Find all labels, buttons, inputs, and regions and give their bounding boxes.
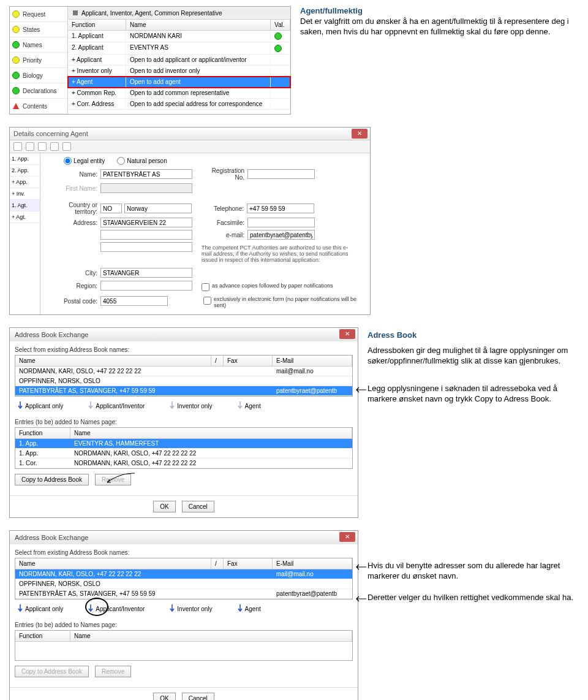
cancel-button[interactable]: Cancel bbox=[182, 693, 214, 700]
copy-to-address-book-button[interactable]: Copy to Address Book bbox=[15, 474, 89, 485]
sidebar-item-states[interactable]: States bbox=[10, 22, 67, 37]
entries-grid: Function Name 1. App.EVENTYR AS, HAMMERF… bbox=[15, 427, 353, 469]
opt-applicant-only[interactable]: Applicant only bbox=[17, 401, 63, 410]
col-name[interactable]: Name bbox=[126, 20, 271, 30]
col-function[interactable]: Function bbox=[15, 428, 70, 438]
form-side-list: 1. App. 2. App. + App. + Inv. 1. Agt. + … bbox=[10, 153, 40, 314]
col-fax[interactable]: Fax bbox=[224, 558, 273, 569]
table-row-selected[interactable]: PATENTBYRÅET AS, STAVANGER, +47 59 59 59… bbox=[15, 386, 352, 396]
copy-to-address-book-button[interactable]: Copy to Address Book bbox=[15, 666, 89, 677]
toolbar-icon[interactable] bbox=[13, 142, 22, 151]
firstname-field[interactable] bbox=[100, 183, 192, 193]
address2-field[interactable] bbox=[100, 230, 192, 240]
table-row[interactable]: + Corr. AddressOpen to add special addre… bbox=[68, 99, 290, 110]
col-name[interactable]: Name bbox=[15, 356, 211, 366]
toolbar-icon[interactable] bbox=[38, 142, 47, 151]
label-email: e-mail: bbox=[202, 232, 247, 238]
opt-inventor-only[interactable]: Inventor only bbox=[169, 604, 212, 613]
sidebar-item-contents[interactable]: Contents bbox=[10, 99, 67, 114]
remove-button[interactable]: Remove bbox=[95, 474, 131, 485]
city-field[interactable] bbox=[100, 268, 192, 278]
sidebar-item-biology[interactable]: Biology bbox=[10, 68, 67, 83]
col-name[interactable]: Name bbox=[15, 558, 211, 569]
list-item[interactable]: 2. App. bbox=[10, 165, 40, 177]
table-row-selected[interactable]: 1. App.EVENTYR AS, HAMMERFEST bbox=[15, 439, 352, 449]
col-slash[interactable]: / bbox=[211, 558, 224, 569]
table-row[interactable]: + Inventor onlyOpen to add inventor only bbox=[68, 66, 290, 77]
sidebar-item-priority[interactable]: Priority bbox=[10, 53, 67, 68]
label-telephone: Telephone: bbox=[201, 205, 247, 212]
sidebar-item-declarations[interactable]: Declarations bbox=[10, 83, 67, 99]
remove-button[interactable]: Remove bbox=[95, 666, 131, 677]
list-item[interactable]: + Inv. bbox=[10, 188, 40, 200]
list-item[interactable]: + Agt. bbox=[10, 211, 40, 223]
label-country: Country or territory: bbox=[45, 202, 100, 215]
list-item[interactable]: 1. Agt. bbox=[10, 200, 40, 211]
list-item[interactable]: + App. bbox=[10, 177, 40, 188]
opt-applicant-only[interactable]: Applicant only bbox=[17, 604, 63, 613]
close-icon[interactable]: ✕ bbox=[339, 329, 355, 339]
cancel-button[interactable]: Cancel bbox=[182, 501, 214, 512]
table-row[interactable]: OPPFINNER, NORSK, OSLO bbox=[15, 376, 352, 386]
col-slash[interactable]: / bbox=[211, 356, 224, 366]
ok-button[interactable]: OK bbox=[153, 501, 175, 512]
regno-field[interactable] bbox=[247, 169, 315, 179]
opt-inventor-only[interactable]: Inventor only bbox=[169, 401, 212, 410]
role-options: Applicant only Applicant/Inventor Invent… bbox=[15, 599, 353, 618]
table-row[interactable]: OPPFINNER, NORSK, OSLO bbox=[15, 579, 352, 589]
table-row[interactable]: PATENTBYRÅET AS, STAVANGER, +47 59 59 59… bbox=[15, 589, 352, 599]
ok-icon bbox=[274, 32, 282, 40]
telephone-field[interactable] bbox=[247, 204, 314, 213]
col-fax[interactable]: Fax bbox=[224, 356, 273, 366]
table-row-agent-selected[interactable]: + AgentOpen to add agent bbox=[68, 77, 290, 88]
address3-field[interactable] bbox=[100, 242, 192, 252]
col-function[interactable]: Function bbox=[15, 631, 70, 641]
close-icon[interactable]: ✕ bbox=[339, 532, 355, 542]
table-row[interactable]: NORDMANN, KARI, OSLO, +47 22 22 22 22mai… bbox=[15, 367, 352, 376]
address-book-exchange-dialog: Address Book Exchange ✕ Select from exis… bbox=[9, 327, 358, 518]
sidebar-item-request[interactable]: Request bbox=[10, 7, 67, 22]
table-row[interactable]: + Common Rep.Open to add common represen… bbox=[68, 88, 290, 99]
radio-natural-person[interactable]: Natural person bbox=[117, 157, 167, 165]
list-item[interactable]: 1. App. bbox=[10, 153, 40, 165]
svg-marker-0 bbox=[13, 103, 19, 109]
sidebar-item-names[interactable]: Names bbox=[10, 37, 67, 53]
ok-button[interactable]: OK bbox=[153, 693, 175, 700]
postal-field[interactable] bbox=[100, 296, 168, 306]
table-row-selected[interactable]: NORDMANN, KARI, OSLO, +47 22 22 22 22mai… bbox=[15, 569, 352, 579]
opt-applicant-inventor[interactable]: Applicant/Inventor bbox=[88, 401, 145, 410]
col-name[interactable]: Name bbox=[70, 428, 352, 438]
close-icon[interactable]: ✕ bbox=[352, 129, 368, 139]
col-val[interactable]: Val. bbox=[271, 20, 290, 30]
toolbar-icon[interactable] bbox=[62, 142, 71, 151]
country-code-field[interactable] bbox=[100, 204, 122, 213]
status-dot-icon bbox=[12, 10, 20, 18]
email-field[interactable] bbox=[247, 230, 315, 240]
radio-legal-entity[interactable]: Legal entity bbox=[64, 157, 105, 165]
opt-applicant-inventor[interactable]: Applicant/Inventor bbox=[88, 604, 145, 613]
table-row[interactable]: 1. App.NORDMANN, KARI, OSLO, +47 22 22 2… bbox=[15, 449, 352, 458]
col-email[interactable]: E-Mail bbox=[273, 356, 352, 366]
address-field[interactable] bbox=[100, 218, 192, 227]
label-city: City: bbox=[45, 270, 100, 276]
toolbar-icon[interactable] bbox=[26, 142, 34, 151]
fax-field[interactable] bbox=[247, 218, 315, 227]
country-name-field[interactable] bbox=[124, 204, 192, 213]
table-row[interactable]: 1. ApplicantNORDMANN KARI bbox=[68, 31, 290, 42]
col-email[interactable]: E-Mail bbox=[273, 558, 352, 569]
chk-electronic-only[interactable] bbox=[203, 297, 211, 305]
dialog-title: Details concerning Agent ✕ bbox=[10, 127, 370, 140]
col-function[interactable]: Function bbox=[68, 20, 126, 30]
name-field[interactable] bbox=[100, 169, 192, 179]
agent-details-dialog: Details concerning Agent ✕ 1. App. 2. Ap… bbox=[9, 127, 371, 315]
table-row[interactable]: 2. ApplicantEVENTYR AS bbox=[68, 42, 290, 54]
table-row[interactable]: + ApplicantOpen to add applicant or appl… bbox=[68, 55, 290, 66]
abx-note-p2: Legg opplysningene i søknaden til adress… bbox=[368, 384, 579, 405]
col-name[interactable]: Name bbox=[70, 631, 352, 641]
chk-advance-copies[interactable] bbox=[202, 283, 209, 291]
opt-agent[interactable]: Agent bbox=[237, 604, 261, 613]
opt-agent[interactable]: Agent bbox=[237, 401, 261, 410]
toolbar-icon[interactable] bbox=[50, 142, 59, 151]
region-field[interactable] bbox=[100, 281, 192, 291]
table-row[interactable]: 1. Cor.NORDMANN, KARI, OSLO, +47 22 22 2… bbox=[15, 458, 352, 468]
